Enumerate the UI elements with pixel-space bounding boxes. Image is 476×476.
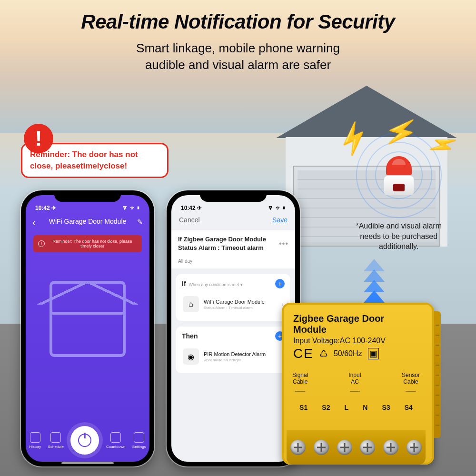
reminder-callout: ! Reminder: The door has not close, plea… <box>21 143 169 178</box>
edit-icon[interactable]: ✎ <box>137 218 143 226</box>
rule-title-row[interactable]: If Zigbee Garage Door Module Status Alar… <box>171 230 295 257</box>
nav-countdown[interactable]: Countdown <box>106 432 125 449</box>
screw-terminal <box>360 440 375 455</box>
siren-icon <box>384 156 414 194</box>
terminal-label: S4 <box>405 404 413 411</box>
countdown-icon <box>110 432 121 443</box>
inline-alert: ! Reminder: The door has not close, plea… <box>33 235 142 252</box>
cable-label: InputAC⎯⎯⎯ <box>348 372 361 392</box>
ce-mark-icon: CE <box>293 346 314 361</box>
if-label: If <box>182 280 186 288</box>
action-row[interactable]: ◉ PIR Motion Detector Alarmwork mode:sou… <box>182 345 285 368</box>
hardware-module: Zigbee Garage Door Module Input Voltage:… <box>282 303 434 465</box>
all-day-label: All day <box>171 257 295 268</box>
phone-mock-right: 10:42 ✈ ⛛ ᯤ ▮ Cancel Save If Zigbee Gara… <box>167 190 300 466</box>
add-condition-button[interactable]: + <box>275 279 285 288</box>
save-button[interactable]: Save <box>272 216 288 224</box>
cable-label: SignalCable⎯⎯⎯ <box>292 372 308 392</box>
status-time: 10:42 ✈ <box>181 205 202 211</box>
terminal-block <box>287 430 426 465</box>
rule-title: If Zigbee Garage Door Module Status Alar… <box>178 235 279 252</box>
if-card: IfWhen any condition is met ▾ + ⌂ WiFi G… <box>176 274 290 321</box>
screw-terminal <box>407 440 422 455</box>
screw-terminal <box>290 440 306 455</box>
terminal-label: L <box>345 404 349 411</box>
status-icons: ⛛ ᯤ ▮ <box>268 205 286 211</box>
terminal-label: N <box>363 404 367 411</box>
schedule-icon <box>50 432 61 443</box>
status-time: 10:42 ✈ <box>35 205 56 211</box>
signal-arrows-icon <box>364 259 385 301</box>
siren-callout: ⚡ ⚡ ⚡ *Audible and visual alarm needs to… <box>356 132 442 252</box>
module-voltage: Input Voltage:AC 100-240V <box>293 337 420 345</box>
class-ii-icon: ▣ <box>368 348 379 359</box>
terminal-label: S1 <box>299 404 307 411</box>
history-icon <box>30 432 40 443</box>
screw-terminal <box>337 440 352 455</box>
page-title: Real-time Notification for Security <box>0 10 476 33</box>
alarm-note-line: additionally. <box>356 241 442 252</box>
weee-icon: ♺ <box>319 348 328 359</box>
if-sub[interactable]: When any condition is met ▾ <box>189 282 243 287</box>
nav-schedule[interactable]: Schedule <box>48 432 64 449</box>
module-hz: 50/60Hz <box>334 349 362 358</box>
condition-row[interactable]: ⌂ WiFi Garage Door ModuleStatus Alarm : … <box>182 292 285 316</box>
heading-block: Real-time Notification for Security Smar… <box>0 10 476 73</box>
terminal-label: S2 <box>322 404 330 411</box>
settings-icon <box>134 432 144 443</box>
terminal-label: S3 <box>382 404 390 411</box>
app-title: WiFi Garage Door Module <box>49 218 127 225</box>
nav-history[interactable]: History <box>29 432 41 449</box>
then-label: Then <box>182 332 198 340</box>
alert-badge-icon: ! <box>24 124 53 153</box>
alarm-note-line: needs to be purchased <box>356 231 442 242</box>
device-icon: ◉ <box>183 348 199 365</box>
device-icon: ⌂ <box>183 296 199 312</box>
power-icon <box>78 434 91 447</box>
screw-terminal <box>383 440 398 455</box>
more-icon[interactable]: ••• <box>279 239 288 248</box>
power-button[interactable] <box>70 426 99 455</box>
garage-icon[interactable] <box>50 281 126 357</box>
status-icons: ⛛ ᯤ ▮ <box>122 205 140 211</box>
subtitle-line: Smart linkage, mobile phone warning <box>0 40 476 57</box>
alarm-note-line: *Audible and visual alarm <box>356 221 442 231</box>
alert-icon: ! <box>38 240 45 247</box>
cancel-button[interactable]: Cancel <box>179 216 200 224</box>
nav-settings[interactable]: Settings <box>132 432 146 449</box>
cable-label: SensorCable⎯⎯⎯ <box>402 372 420 392</box>
module-title: Zigbee Garage Door Module <box>293 313 420 335</box>
screw-terminal <box>314 440 329 455</box>
back-button[interactable]: ‹ <box>32 217 36 228</box>
subtitle-line: audible and visual alarm are safer <box>0 57 476 73</box>
phone-mock-left: 10:42 ✈ ⛛ ᯤ ▮ ‹ WiFi Garage Door Module … <box>21 190 154 466</box>
then-card: Then + ◉ PIR Motion Detector Alarmwork m… <box>176 327 290 373</box>
